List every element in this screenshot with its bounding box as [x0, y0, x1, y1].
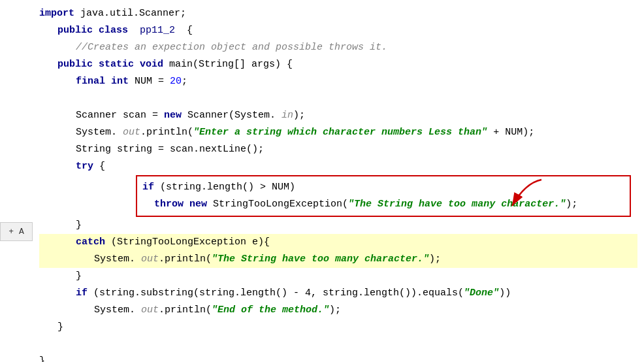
out-italic2: out: [141, 251, 159, 268]
arrow-annotation: [499, 176, 551, 219]
line-if2: if (string.substring(string.length() - 4…: [39, 285, 637, 302]
line-catch-close: }: [39, 268, 637, 285]
line-if-condition: if (string.length() > NUM): [142, 179, 624, 196]
kw-class: class: [99, 22, 128, 39]
sidebar-label: + A: [8, 227, 24, 237]
code-content: import java.util.Scanner; public class p…: [0, 5, 644, 362]
kw-final: final: [76, 73, 105, 90]
line-class-close: }: [39, 353, 637, 362]
kw-new1: new: [164, 107, 182, 124]
str-end-method: "End of the method.": [212, 302, 329, 319]
kw-static: static: [99, 56, 134, 73]
line-try-close: }: [39, 217, 637, 234]
out-italic3: out: [141, 302, 159, 319]
code-editor: import java.util.Scanner; public class p…: [0, 0, 644, 362]
line-catch-body: System. out .println( "The String have t…: [39, 251, 637, 268]
sidebar-plus-a[interactable]: + A: [0, 222, 33, 241]
comment-text: //Creates an expection object and possib…: [76, 39, 387, 56]
kw-int: int: [111, 73, 129, 90]
kw-if: if: [142, 179, 154, 196]
out-italic1: out: [123, 124, 140, 141]
blank-line-1: [39, 90, 637, 107]
class-name: pp11_2: [140, 22, 175, 39]
kw-new2: new: [189, 196, 207, 213]
line-main-close: }: [39, 319, 637, 336]
kw-try: try: [76, 158, 93, 175]
kw-if2: if: [76, 285, 88, 302]
line-nextline: String string = scan.nextLine();: [39, 141, 637, 158]
line-import: import java.util.Scanner;: [39, 5, 637, 22]
line-throw: throw new StringTooLongException( "The S…: [142, 196, 624, 213]
line-try: try {: [39, 158, 637, 175]
str-enter: "Enter a string which character numbers …: [193, 124, 487, 141]
kw-void: void: [140, 56, 163, 73]
kw-throw: throw: [154, 196, 184, 213]
kw-catch: catch: [76, 234, 105, 251]
kw-public: public: [57, 22, 93, 39]
kw-import: import: [39, 5, 74, 22]
line-end-method: System. out .println( "End of the method…: [39, 302, 637, 319]
line-main-decl: public static void main(String[] args) {: [39, 56, 637, 73]
num-20: 20: [170, 73, 182, 90]
try-block-box: if (string.length() > NUM) throw new Str…: [136, 175, 631, 217]
red-arrow-icon: [499, 176, 551, 212]
line-catch: catch (StringTooLongException e){: [39, 234, 637, 251]
line-class-decl: public class pp11_2 {: [39, 22, 637, 39]
line-final-num: final int NUM = 20 ;: [39, 73, 637, 90]
str-done: "Done": [464, 285, 499, 302]
in-italic: in: [282, 107, 293, 124]
line-scanner-init: Scanner scan = new Scanner(System. in );: [39, 107, 637, 124]
line-comment: //Creates an expection object and possib…: [39, 39, 637, 56]
str-toolong2: "The String have too many character.": [212, 251, 429, 268]
line-println1: System. out .println( "Enter a string wh…: [39, 124, 637, 141]
kw-public2: public: [57, 56, 93, 73]
blank-line-2: [39, 336, 637, 353]
